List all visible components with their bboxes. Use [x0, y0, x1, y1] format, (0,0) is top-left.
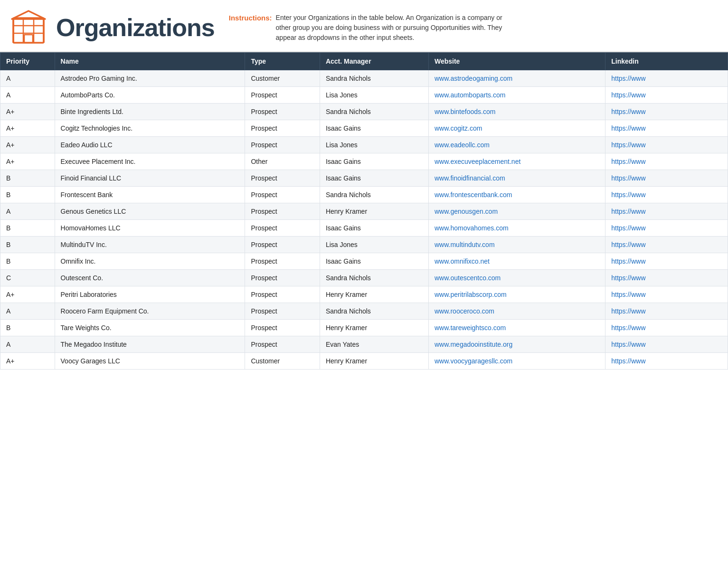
linkedin-cell[interactable]: https://www — [605, 253, 728, 270]
table-cell: Sandra Nichols — [320, 303, 428, 320]
table-cell: Prospect — [245, 137, 320, 153]
website-cell[interactable]: www.multindutv.com — [428, 237, 605, 253]
linkedin-cell[interactable]: https://www — [605, 237, 728, 253]
linkedin-link[interactable]: https://www — [611, 224, 645, 232]
website-link[interactable]: www.astrodeogaming.com — [435, 75, 512, 82]
col-header-linkedin: Linkedin — [605, 53, 728, 70]
linkedin-cell[interactable]: https://www — [605, 303, 728, 320]
table-cell: Prospect — [245, 286, 320, 303]
table-row: COutescent Co.ProspectSandra Nicholswww.… — [0, 270, 728, 286]
table-row: AThe Megadoo InstituteProspectEvan Yates… — [0, 336, 728, 353]
website-cell[interactable]: www.automboparts.com — [428, 87, 605, 104]
linkedin-cell[interactable]: https://www — [605, 104, 728, 120]
linkedin-link[interactable]: https://www — [611, 274, 645, 282]
table-cell: Isaac Gains — [320, 220, 428, 237]
linkedin-link[interactable]: https://www — [611, 174, 645, 182]
website-cell[interactable]: www.outescentco.com — [428, 270, 605, 286]
linkedin-link[interactable]: https://www — [611, 357, 645, 365]
linkedin-cell[interactable]: https://www — [605, 320, 728, 336]
website-link[interactable]: www.peritrilabscorp.com — [435, 291, 507, 298]
website-cell[interactable]: www.tareweightsco.com — [428, 320, 605, 336]
table-cell: Frontescent Bank — [55, 187, 245, 203]
table-row: BOmnifix Inc.ProspectIsaac Gainswww.omni… — [0, 253, 728, 270]
website-link[interactable]: www.execuveeplacement.net — [435, 158, 520, 165]
table-header: Priority Name Type Acct. Manager Website… — [0, 53, 728, 70]
website-link[interactable]: www.homovahomes.com — [435, 224, 509, 232]
linkedin-cell[interactable]: https://www — [605, 87, 728, 104]
website-link[interactable]: www.bintefoods.com — [435, 108, 495, 115]
website-cell[interactable]: www.cogitz.com — [428, 120, 605, 137]
website-cell[interactable]: www.astrodeogaming.com — [428, 70, 605, 87]
website-cell[interactable]: www.finoidfinancial.com — [428, 170, 605, 187]
linkedin-cell[interactable]: https://www — [605, 353, 728, 370]
website-link[interactable]: www.genousgen.com — [435, 208, 498, 215]
linkedin-cell[interactable]: https://www — [605, 286, 728, 303]
table-cell: Prospect — [245, 237, 320, 253]
linkedin-cell[interactable]: https://www — [605, 137, 728, 153]
website-link[interactable]: www.multindutv.com — [435, 241, 495, 248]
website-cell[interactable]: www.voocygaragesllc.com — [428, 353, 605, 370]
website-cell[interactable]: www.bintefoods.com — [428, 104, 605, 120]
linkedin-cell[interactable]: https://www — [605, 70, 728, 87]
linkedin-link[interactable]: https://www — [611, 141, 645, 149]
website-link[interactable]: www.rooceroco.com — [435, 307, 494, 315]
table-cell: B — [0, 320, 55, 336]
website-cell[interactable]: www.genousgen.com — [428, 203, 605, 220]
linkedin-link[interactable]: https://www — [611, 158, 645, 165]
linkedin-cell[interactable]: https://www — [605, 170, 728, 187]
table-cell: The Megadoo Institute — [55, 336, 245, 353]
website-link[interactable]: www.omnifixco.net — [435, 257, 490, 265]
website-cell[interactable]: www.peritrilabscorp.com — [428, 286, 605, 303]
linkedin-cell[interactable]: https://www — [605, 153, 728, 170]
table-row: A+Execuvee Placement Inc.OtherIsaac Gain… — [0, 153, 728, 170]
linkedin-link[interactable]: https://www — [611, 257, 645, 265]
linkedin-cell[interactable]: https://www — [605, 187, 728, 203]
website-link[interactable]: www.megadooinstitute.org — [435, 341, 512, 348]
table-cell: Prospect — [245, 220, 320, 237]
table-body: AAstrodeo Pro Gaming Inc.CustomerSandra … — [0, 70, 728, 370]
linkedin-link[interactable]: https://www — [611, 108, 645, 115]
linkedin-link[interactable]: https://www — [611, 241, 645, 248]
website-link[interactable]: www.automboparts.com — [435, 91, 505, 99]
linkedin-link[interactable]: https://www — [611, 91, 645, 99]
website-cell[interactable]: www.frontescentbank.com — [428, 187, 605, 203]
linkedin-cell[interactable]: https://www — [605, 270, 728, 286]
website-cell[interactable]: www.megadooinstitute.org — [428, 336, 605, 353]
website-cell[interactable]: www.homovahomes.com — [428, 220, 605, 237]
table-cell: Sandra Nichols — [320, 104, 428, 120]
website-link[interactable]: www.tareweightsco.com — [435, 324, 506, 332]
website-link[interactable]: www.frontescentbank.com — [435, 191, 512, 199]
website-cell[interactable]: www.execuveeplacement.net — [428, 153, 605, 170]
linkedin-link[interactable]: https://www — [611, 307, 645, 315]
table-cell: Finoid Financial LLC — [55, 170, 245, 187]
linkedin-link[interactable]: https://www — [611, 291, 645, 298]
website-link[interactable]: www.cogitz.com — [435, 124, 482, 132]
linkedin-link[interactable]: https://www — [611, 208, 645, 215]
website-cell[interactable]: www.rooceroco.com — [428, 303, 605, 320]
linkedin-link[interactable]: https://www — [611, 341, 645, 348]
website-link[interactable]: www.finoidfinancial.com — [435, 174, 505, 182]
linkedin-cell[interactable]: https://www — [605, 203, 728, 220]
table-row: A+Binte Ingredients Ltd.ProspectSandra N… — [0, 104, 728, 120]
table-cell: Astrodeo Pro Gaming Inc. — [55, 70, 245, 87]
table-cell: Prospect — [245, 320, 320, 336]
linkedin-link[interactable]: https://www — [611, 191, 645, 199]
table-cell: B — [0, 220, 55, 237]
linkedin-link[interactable]: https://www — [611, 75, 645, 82]
instructions-label: Instructions: — [229, 14, 272, 22]
website-link[interactable]: www.eadeollc.com — [435, 141, 490, 149]
website-link[interactable]: www.voocygaragesllc.com — [435, 357, 512, 365]
linkedin-link[interactable]: https://www — [611, 324, 645, 332]
table-cell: A+ — [0, 153, 55, 170]
table-cell: Roocero Farm Equipment Co. — [55, 303, 245, 320]
website-cell[interactable]: www.eadeollc.com — [428, 137, 605, 153]
linkedin-link[interactable]: https://www — [611, 124, 645, 132]
table-cell: Isaac Gains — [320, 120, 428, 137]
website-link[interactable]: www.outescentco.com — [435, 274, 501, 282]
linkedin-cell[interactable]: https://www — [605, 336, 728, 353]
linkedin-cell[interactable]: https://www — [605, 220, 728, 237]
table-cell: B — [0, 187, 55, 203]
website-cell[interactable]: www.omnifixco.net — [428, 253, 605, 270]
linkedin-cell[interactable]: https://www — [605, 120, 728, 137]
table-cell: B — [0, 170, 55, 187]
